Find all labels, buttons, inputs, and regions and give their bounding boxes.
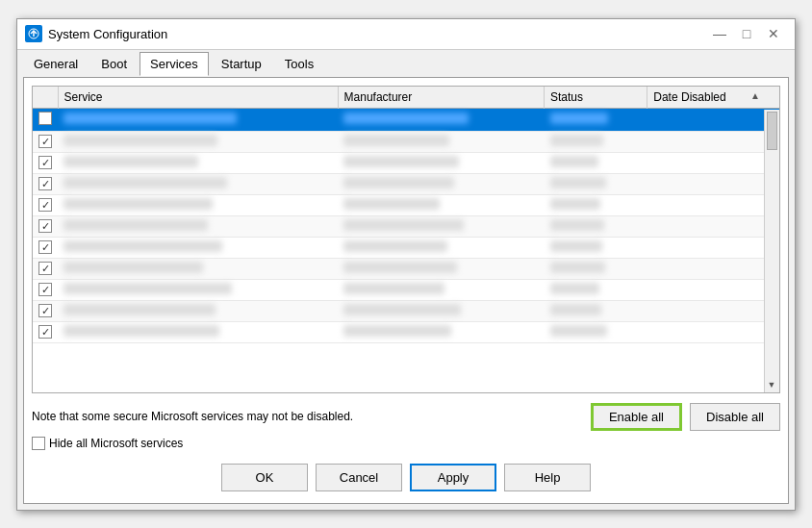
manufacturer-cell <box>338 131 544 152</box>
date-disabled-cell <box>647 173 779 194</box>
scrollbar-track: ▲ ▼ <box>764 110 779 392</box>
service-checkbox[interactable] <box>38 135 52 148</box>
note-text: Note that some secure Microsoft services… <box>32 410 353 423</box>
row-checkbox-cell <box>33 173 58 194</box>
row-checkbox-cell <box>33 321 58 342</box>
service-checkbox[interactable] <box>38 112 52 125</box>
status-cell <box>545 108 647 131</box>
service-name-cell <box>58 321 338 342</box>
status-cell <box>545 173 647 194</box>
table-row[interactable] <box>33 173 779 194</box>
status-cell <box>545 194 647 215</box>
table-row[interactable] <box>33 237 779 258</box>
table-row[interactable] <box>33 300 779 321</box>
row-checkbox-cell <box>33 131 58 152</box>
table-row[interactable] <box>33 152 779 173</box>
title-bar: System Configuration — □ ✕ <box>17 19 795 50</box>
window-title: System Configuration <box>48 27 706 41</box>
status-cell <box>545 215 647 237</box>
service-checkbox[interactable] <box>38 304 52 317</box>
service-checkbox[interactable] <box>38 177 52 190</box>
service-name-cell <box>58 131 338 152</box>
window-icon <box>25 25 42 42</box>
table-row[interactable] <box>33 131 779 152</box>
manufacturer-cell <box>338 300 544 321</box>
tab-general[interactable]: General <box>23 52 89 76</box>
status-cell <box>545 131 647 152</box>
note-area: Note that some secure Microsoft services… <box>32 393 780 456</box>
apply-button[interactable]: Apply <box>410 464 496 491</box>
tab-bar: General Boot Services Startup Tools <box>17 50 795 78</box>
date-disabled-cell <box>647 300 779 321</box>
manufacturer-cell <box>338 194 544 215</box>
table-row[interactable] <box>33 194 779 215</box>
table-row[interactable] <box>33 321 779 342</box>
dialog-buttons: OK Cancel Apply Help <box>32 456 780 495</box>
sort-arrow-icon: ▲ <box>750 90 760 101</box>
service-checkbox[interactable] <box>38 156 52 169</box>
col-header-service[interactable]: Service <box>58 87 338 109</box>
date-disabled-cell <box>647 152 779 173</box>
service-name-cell <box>58 108 338 131</box>
service-name-cell <box>58 173 338 194</box>
col-header-date-disabled[interactable]: Date Disabled ▲ <box>647 87 779 109</box>
service-checkbox[interactable] <box>38 240 52 254</box>
table-row[interactable] <box>33 279 779 300</box>
tab-tools[interactable]: Tools <box>274 52 324 76</box>
service-checkbox[interactable] <box>38 325 52 339</box>
tab-services[interactable]: Services <box>140 52 209 76</box>
col-header-status[interactable]: Status <box>545 87 647 109</box>
services-table: Service Manufacturer Status Date Disable… <box>33 87 779 343</box>
status-cell <box>545 279 647 300</box>
minimize-button[interactable]: — <box>706 22 733 45</box>
service-name-cell <box>58 194 338 215</box>
help-button[interactable]: Help <box>504 464 591 491</box>
date-disabled-cell <box>647 237 779 258</box>
service-checkbox[interactable] <box>38 262 52 275</box>
manufacturer-cell <box>338 258 544 279</box>
row-checkbox-cell <box>33 194 58 215</box>
hide-microsoft-label[interactable]: Hide all Microsoft services <box>32 437 183 450</box>
service-name-cell <box>58 237 338 258</box>
services-tab-content: Service Manufacturer Status Date Disable… <box>23 77 789 504</box>
table-row[interactable] <box>33 108 779 131</box>
scroll-down-button[interactable]: ▼ <box>764 377 779 392</box>
date-disabled-cell <box>647 321 779 342</box>
service-name-cell <box>58 279 338 300</box>
row-checkbox-cell <box>33 152 58 173</box>
table-row[interactable] <box>33 215 779 237</box>
cancel-button[interactable]: Cancel <box>316 464 402 491</box>
ok-button[interactable]: OK <box>221 464 308 491</box>
row-checkbox-cell <box>33 108 58 131</box>
disable-all-button[interactable]: Disable all <box>690 403 780 431</box>
enable-disable-buttons: Enable all Disable all <box>591 403 780 431</box>
status-cell <box>545 152 647 173</box>
service-name-cell <box>58 258 338 279</box>
tab-startup[interactable]: Startup <box>211 52 272 76</box>
service-name-cell <box>58 300 338 321</box>
row-checkbox-cell <box>33 279 58 300</box>
col-header-checkbox <box>33 87 58 109</box>
date-disabled-cell <box>647 215 779 237</box>
col-header-manufacturer[interactable]: Manufacturer <box>338 87 544 109</box>
date-disabled-cell <box>647 258 779 279</box>
manufacturer-cell <box>338 237 544 258</box>
close-button[interactable]: ✕ <box>760 22 787 45</box>
service-checkbox[interactable] <box>38 219 52 233</box>
date-disabled-cell <box>647 279 779 300</box>
row-checkbox-cell <box>33 258 58 279</box>
row-checkbox-cell <box>33 215 58 237</box>
hide-microsoft-checkbox[interactable] <box>32 437 45 450</box>
enable-all-button[interactable]: Enable all <box>591 403 682 431</box>
table-row[interactable] <box>33 258 779 279</box>
scrollbar-thumb[interactable] <box>767 112 777 150</box>
status-cell <box>545 237 647 258</box>
service-checkbox[interactable] <box>38 283 52 296</box>
date-disabled-cell <box>647 131 779 152</box>
service-checkbox[interactable] <box>38 198 52 212</box>
manufacturer-cell <box>338 152 544 173</box>
manufacturer-cell <box>338 173 544 194</box>
tab-boot[interactable]: Boot <box>90 52 138 76</box>
date-disabled-cell <box>647 108 779 131</box>
maximize-button[interactable]: □ <box>733 22 760 45</box>
